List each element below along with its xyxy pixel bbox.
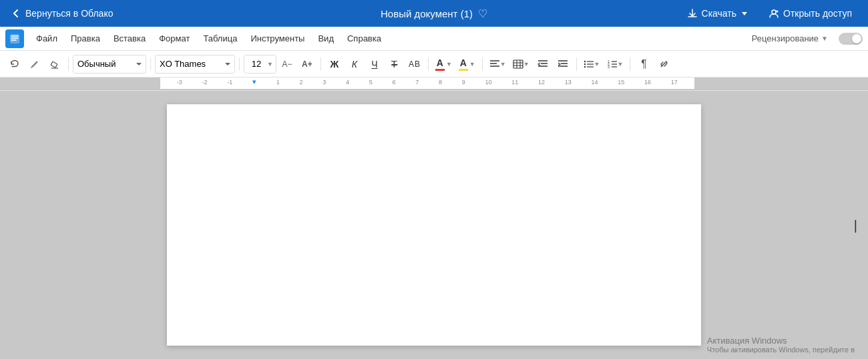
numbered-list-button[interactable]: 1. 2. 3. ▼ — [604, 55, 626, 74]
download-button[interactable]: Скачать — [682, 5, 753, 21]
review-button[interactable]: Рецензирование ▼ — [746, 31, 833, 46]
bold-button[interactable]: Ж — [325, 55, 344, 74]
text-cursor: | — [854, 217, 857, 233]
divider-2 — [150, 57, 151, 71]
svg-point-20 — [584, 60, 585, 62]
app-logo — [5, 29, 24, 48]
pen-button[interactable] — [25, 55, 44, 74]
indent-more-button[interactable] — [554, 55, 572, 74]
download-label: Скачать — [702, 8, 737, 19]
font-select[interactable]: XO Thames — [155, 55, 235, 74]
italic-button[interactable]: К — [345, 55, 364, 74]
svg-line-32 — [662, 63, 665, 66]
svg-rect-3 — [10, 34, 19, 43]
header-bar: Вернуться в Облако Новый документ (1) ♡ … — [0, 0, 868, 27]
menu-items: Файл Правка Вставка Формат Таблица Инстр… — [29, 31, 746, 46]
ruler: -3-2-1▾1234567891011121314151617 — [0, 78, 868, 91]
toolbar: Обычный XO Thames 12 ▼ A− A+ Ж К Ч T̶ АВ… — [0, 51, 868, 78]
divider-5 — [428, 57, 429, 71]
share-label: Открыть доступ — [783, 8, 852, 19]
strikethrough-button[interactable]: T̶ — [385, 55, 404, 74]
underline-button[interactable]: Ч — [365, 55, 384, 74]
table-arrow-icon: ▼ — [523, 61, 529, 68]
caps-button[interactable]: АВ — [405, 55, 424, 74]
undo-button[interactable] — [5, 55, 24, 74]
font-size-arrow-icon: ▼ — [267, 61, 273, 68]
menu-help[interactable]: Справка — [341, 31, 388, 46]
divider-1 — [68, 57, 69, 71]
bullet-arrow-icon: ▼ — [594, 61, 600, 68]
style-label: Обычный — [77, 59, 134, 69]
paragraph-button[interactable]: ¶ — [634, 55, 653, 74]
share-button[interactable]: Открыть доступ — [763, 5, 857, 21]
font-color-button[interactable]: А ▼ — [433, 55, 455, 74]
font-color-bar — [435, 69, 445, 71]
highlight-bar — [459, 69, 468, 71]
svg-text:3.: 3. — [608, 65, 610, 69]
font-color-label: А — [437, 57, 443, 68]
bullet-list-button[interactable]: ▼ — [581, 55, 603, 74]
font-arrow-icon — [225, 63, 230, 66]
highlight-icon: А — [459, 57, 468, 71]
font-color-icon: А — [435, 57, 445, 71]
ruler-ticks: -3-2-1▾1234567891011121314151617 — [160, 78, 694, 89]
menu-view[interactable]: Вид — [311, 31, 341, 46]
style-arrow-icon — [136, 63, 142, 66]
align-button[interactable]: ▼ — [487, 55, 509, 74]
svg-point-21 — [584, 63, 585, 64]
document-page[interactable] — [167, 104, 701, 346]
menu-tools[interactable]: Инструменты — [244, 31, 311, 46]
divider-8 — [630, 57, 630, 71]
toggle-knob — [852, 34, 861, 43]
header-title-area: Новый документ (1) ♡ — [381, 7, 487, 20]
menu-bar: Файл Правка Вставка Формат Таблица Инстр… — [0, 27, 868, 51]
eraser-button[interactable] — [45, 55, 64, 74]
link-button[interactable] — [654, 55, 673, 74]
divider-6 — [482, 57, 483, 71]
download-arrow-icon — [742, 12, 747, 15]
indent-less-button[interactable] — [533, 55, 552, 74]
font-size-control[interactable]: 12 ▼ — [244, 55, 276, 74]
menu-file[interactable]: Файл — [29, 31, 64, 46]
svg-point-0 — [772, 10, 776, 14]
style-select[interactable]: Обычный — [73, 55, 146, 74]
decrease-font-button[interactable]: A− — [278, 55, 296, 74]
divider-4 — [320, 57, 321, 71]
svg-point-22 — [584, 66, 585, 67]
divider-3 — [239, 57, 240, 71]
svg-line-2 — [776, 11, 777, 11]
menu-table[interactable]: Таблица — [196, 31, 244, 46]
highlight-arrow-icon: ▼ — [469, 61, 475, 68]
document-area[interactable]: | — [0, 91, 868, 359]
review-label: Рецензирование — [752, 33, 819, 43]
svg-rect-9 — [513, 60, 523, 68]
review-toggle[interactable] — [839, 33, 863, 45]
increase-font-button[interactable]: A+ — [298, 55, 316, 74]
divider-7 — [576, 57, 577, 71]
menu-format[interactable]: Формат — [152, 31, 196, 46]
back-button[interactable]: Вернуться в Облако — [11, 8, 113, 19]
back-label: Вернуться в Облако — [25, 8, 113, 19]
review-arrow-icon: ▼ — [821, 35, 828, 42]
highlight-label: А — [460, 57, 467, 68]
font-label: XO Thames — [160, 59, 222, 69]
svg-rect-4 — [51, 62, 57, 68]
favorite-icon[interactable]: ♡ — [478, 7, 487, 20]
menu-insert[interactable]: Вставка — [107, 31, 152, 46]
numbered-arrow-icon: ▼ — [618, 61, 624, 68]
font-color-arrow-icon: ▼ — [446, 61, 452, 68]
font-size-input[interactable]: 12 — [247, 59, 266, 69]
align-arrow-icon: ▼ — [500, 61, 506, 68]
menu-right: Рецензирование ▼ — [746, 31, 863, 46]
header-actions: Скачать Открыть доступ — [682, 5, 857, 21]
document-title[interactable]: Новый документ (1) — [381, 8, 473, 19]
menu-edit[interactable]: Правка — [64, 31, 107, 46]
table-button[interactable]: ▼ — [510, 55, 532, 74]
highlight-button[interactable]: А ▼ — [456, 55, 478, 74]
